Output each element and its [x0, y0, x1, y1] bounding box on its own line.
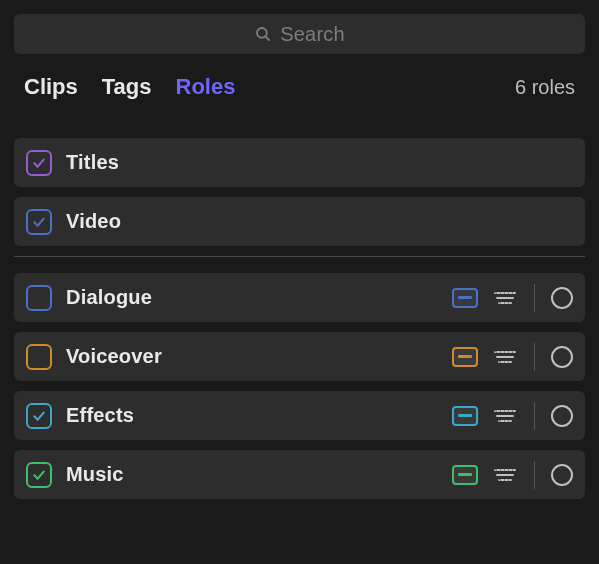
- role-label: Dialogue: [66, 286, 152, 309]
- group-divider: [14, 256, 585, 257]
- roles-panel: Search Clips Tags Roles 6 roles Titles V…: [0, 0, 599, 564]
- checkbox-effects[interactable]: [26, 403, 52, 429]
- role-label: Music: [66, 463, 124, 486]
- focus-lane-button[interactable]: [452, 347, 478, 367]
- role-label: Effects: [66, 404, 134, 427]
- checkbox-dialogue[interactable]: [26, 285, 52, 311]
- role-label: Voiceover: [66, 345, 162, 368]
- role-row-titles[interactable]: Titles: [14, 138, 585, 187]
- svg-line-1: [266, 36, 270, 40]
- show-subroles-button[interactable]: [492, 290, 518, 306]
- role-row-voiceover[interactable]: Voiceover: [14, 332, 585, 381]
- show-subroles-button[interactable]: [492, 349, 518, 365]
- action-divider: [534, 284, 535, 312]
- checkbox-music[interactable]: [26, 462, 52, 488]
- search-placeholder: Search: [280, 23, 345, 46]
- show-subroles-button[interactable]: [492, 408, 518, 424]
- roles-count: 6 roles: [515, 76, 575, 99]
- focus-lane-button[interactable]: [452, 465, 478, 485]
- checkbox-video[interactable]: [26, 209, 52, 235]
- tab-roles[interactable]: Roles: [176, 74, 236, 100]
- role-row-music[interactable]: Music: [14, 450, 585, 499]
- focus-lane-button[interactable]: [452, 288, 478, 308]
- index-tab-row: Clips Tags Roles 6 roles: [14, 74, 585, 120]
- role-row-dialogue[interactable]: Dialogue: [14, 273, 585, 322]
- solo-button[interactable]: [551, 346, 573, 368]
- action-divider: [534, 461, 535, 489]
- action-divider: [534, 402, 535, 430]
- roles-list: Titles Video Dialogue: [14, 120, 585, 499]
- action-divider: [534, 343, 535, 371]
- role-row-effects[interactable]: Effects: [14, 391, 585, 440]
- tab-tags[interactable]: Tags: [102, 74, 152, 100]
- checkbox-titles[interactable]: [26, 150, 52, 176]
- role-label: Titles: [66, 151, 119, 174]
- solo-button[interactable]: [551, 405, 573, 427]
- solo-button[interactable]: [551, 464, 573, 486]
- role-row-video[interactable]: Video: [14, 197, 585, 246]
- checkbox-voiceover[interactable]: [26, 344, 52, 370]
- show-subroles-button[interactable]: [492, 467, 518, 483]
- solo-button[interactable]: [551, 287, 573, 309]
- role-label: Video: [66, 210, 121, 233]
- focus-lane-button[interactable]: [452, 406, 478, 426]
- search-icon: [254, 25, 272, 43]
- tab-clips[interactable]: Clips: [24, 74, 78, 100]
- search-input[interactable]: Search: [14, 14, 585, 54]
